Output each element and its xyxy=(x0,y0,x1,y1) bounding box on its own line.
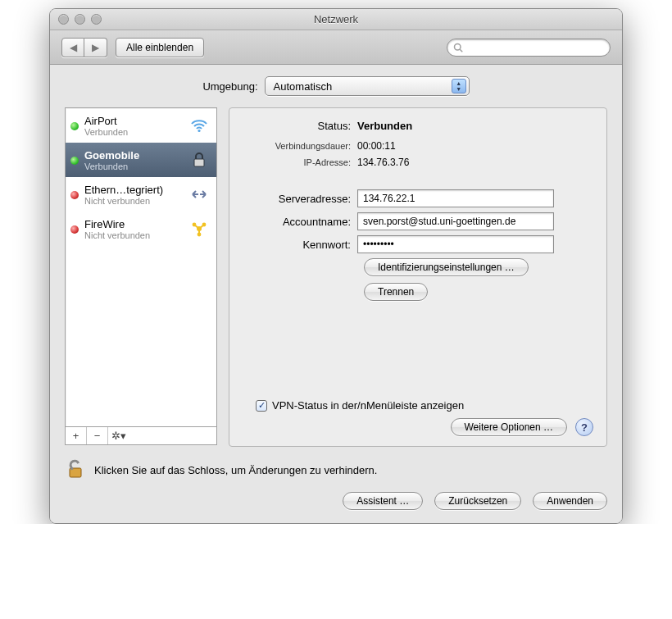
password-label: Kennwort: xyxy=(243,239,357,251)
show-all-button[interactable]: Alle einblenden xyxy=(116,38,204,57)
status-label: Status: xyxy=(243,120,357,132)
zoom-window-button[interactable] xyxy=(91,14,102,25)
location-value: Automatisch xyxy=(274,80,333,93)
location-popup[interactable]: Automatisch ▲▼ xyxy=(265,76,470,96)
svg-point-2 xyxy=(198,130,200,132)
service-item-firewire[interactable]: FireWire Nicht verbunden xyxy=(66,212,216,246)
revert-button[interactable]: Zurücksetzen xyxy=(434,492,521,510)
server-address-input[interactable] xyxy=(357,189,554,207)
vpn-status-menubar-checkbox[interactable]: ✓ xyxy=(256,400,267,412)
ip-value: 134.76.3.76 xyxy=(357,157,409,168)
popup-arrows-icon: ▲▼ xyxy=(452,79,466,93)
service-item-goemobile[interactable]: Goemobile Verbunden xyxy=(66,143,216,177)
help-button[interactable]: ? xyxy=(575,418,593,436)
auth-settings-button[interactable]: Identifizierungseinstellungen … xyxy=(364,258,529,276)
status-dot-icon xyxy=(70,225,79,234)
service-status: Verbunden xyxy=(84,162,183,171)
back-button[interactable]: ◀ xyxy=(61,38,84,57)
assistant-button[interactable]: Assistent … xyxy=(343,492,423,510)
service-item-airport[interactable]: AirPort Verbunden xyxy=(66,108,216,143)
service-name: AirPort xyxy=(84,115,183,127)
service-item-ethernet[interactable]: Ethern…tegriert) Nicht verbunden xyxy=(66,177,216,212)
service-actions-button[interactable]: ✲▾ xyxy=(108,427,129,444)
disconnect-button[interactable]: Trennen xyxy=(364,283,428,301)
window-title: Netzwerk xyxy=(314,13,358,25)
minimize-window-button[interactable] xyxy=(75,14,85,25)
services-list[interactable]: AirPort Verbunden Goemobile Verbunden xyxy=(65,107,217,427)
service-name: Ethern…tegriert) xyxy=(84,184,183,196)
service-status: Nicht verbunden xyxy=(84,196,183,206)
service-status: Nicht verbunden xyxy=(84,230,183,240)
status-value: Verbunden xyxy=(357,120,412,132)
account-name-input[interactable] xyxy=(357,212,554,230)
close-window-button[interactable] xyxy=(58,14,69,25)
svg-point-0 xyxy=(455,43,461,50)
service-status: Verbunden xyxy=(84,127,183,137)
duration-label: Verbindungsdauer: xyxy=(243,141,357,151)
lock-icon[interactable] xyxy=(65,458,86,482)
search-input[interactable] xyxy=(447,39,611,57)
lock-icon xyxy=(188,152,210,168)
ethernet-icon xyxy=(188,187,210,202)
lock-text: Klicken Sie auf das Schloss, um Änderung… xyxy=(94,464,377,476)
forward-button[interactable]: ▶ xyxy=(84,38,107,57)
apply-button[interactable]: Anwenden xyxy=(533,492,607,510)
server-label: Serveradresse: xyxy=(243,193,357,205)
status-dot-icon xyxy=(70,157,79,165)
svg-line-1 xyxy=(460,49,462,52)
svg-rect-3 xyxy=(194,159,204,166)
remove-service-button[interactable]: − xyxy=(87,427,108,444)
ip-label: IP-Adresse: xyxy=(243,157,357,167)
password-input[interactable] xyxy=(357,235,554,253)
status-dot-icon xyxy=(70,122,79,130)
location-label: Umgebung: xyxy=(202,80,257,93)
advanced-button[interactable]: Weitere Optionen … xyxy=(451,418,568,436)
account-label: Accountname: xyxy=(243,216,357,228)
search-icon xyxy=(453,43,463,52)
service-name: FireWire xyxy=(84,218,183,230)
status-dot-icon xyxy=(70,191,79,199)
firewire-icon xyxy=(188,221,210,237)
service-name: Goemobile xyxy=(84,149,183,162)
duration-value: 00:00:11 xyxy=(357,140,396,152)
vpn-status-menubar-label: VPN-Status in der/nMenüleiste anzeigen xyxy=(272,399,464,412)
wifi-icon xyxy=(188,118,210,133)
add-service-button[interactable]: + xyxy=(66,427,87,444)
